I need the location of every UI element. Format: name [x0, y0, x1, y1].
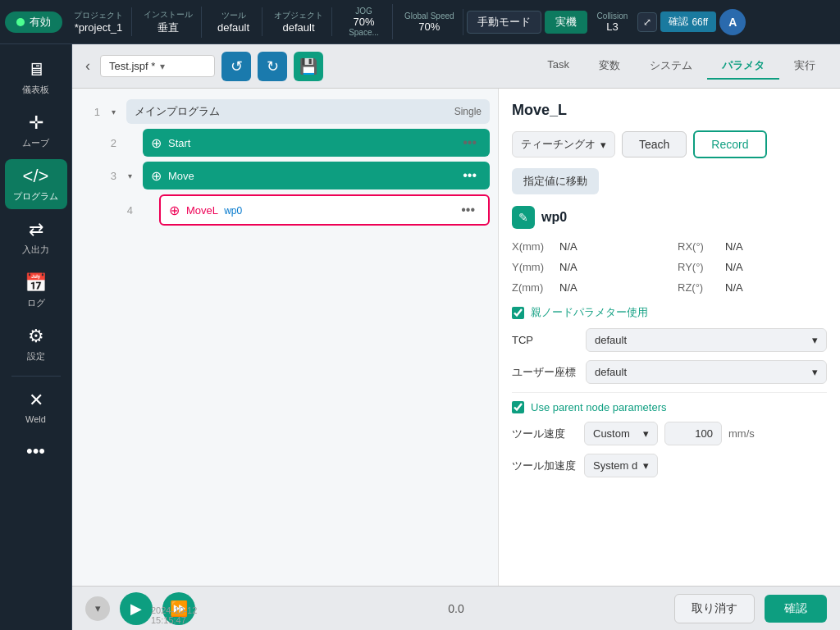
- coord-z-value: N/A: [559, 281, 578, 294]
- parent-node-label: 親ノードパラメター使用: [531, 305, 648, 320]
- coord-rx-label: RX(°): [678, 240, 719, 253]
- sidebar-label-settings: 設定: [27, 350, 45, 363]
- coord-rz-value: N/A: [725, 281, 743, 294]
- sidebar-item-log[interactable]: 📅 ログ: [5, 266, 67, 316]
- install-group[interactable]: インストール 垂直: [135, 7, 202, 38]
- main-program-node[interactable]: メインプログラム Single: [126, 99, 490, 124]
- coord-y-value: N/A: [559, 261, 578, 273]
- move-l-node[interactable]: ⊕ MoveL wp0 •••: [159, 194, 490, 226]
- parent-node-checkbox[interactable]: [512, 307, 524, 319]
- tool-accel-row: ツール加速度 System d ▾: [512, 454, 827, 477]
- line-2: 2 ⊕ Start •••: [72, 126, 498, 159]
- sidebar-divider: [11, 376, 61, 377]
- avatar[interactable]: A: [719, 9, 746, 35]
- file-selector[interactable]: Test.jspf * ▾: [100, 55, 215, 77]
- move-to-value-button[interactable]: 指定値に移動: [512, 168, 599, 194]
- sidebar-item-program[interactable]: </> プログラム: [5, 159, 67, 209]
- tcp-dropdown[interactable]: default ▾: [586, 328, 827, 352]
- tool-accel-dropdown[interactable]: System d ▾: [584, 454, 658, 477]
- expand-button[interactable]: ⤢: [637, 12, 657, 32]
- line-4: 4 ⊕ MoveL wp0 •••: [72, 192, 498, 228]
- line-number-3: 3: [97, 170, 116, 182]
- redo-button[interactable]: ↻: [258, 52, 287, 81]
- parent-node-row: 親ノードパラメター使用: [512, 305, 827, 320]
- teach-button[interactable]: Teach: [622, 131, 687, 158]
- expand-icon-3[interactable]: ▾: [123, 169, 136, 182]
- jog-group[interactable]: JOG 70% Space...: [336, 4, 393, 39]
- sidebar-item-dashboard[interactable]: 🖥 儀表板: [5, 52, 67, 103]
- tab-task[interactable]: Task: [532, 53, 584, 80]
- global-speed-group[interactable]: Global Speed 70%: [396, 9, 463, 35]
- status-button[interactable]: 有効: [5, 11, 62, 33]
- use-parent-checkbox[interactable]: [512, 401, 524, 413]
- tab-parameters[interactable]: パラメタ: [707, 53, 779, 80]
- project-value: *project_1: [75, 21, 123, 34]
- wp-name: wp0: [541, 210, 567, 225]
- redo-icon: ↻: [267, 57, 279, 75]
- confirm-action-button[interactable]: 確認: [765, 595, 827, 623]
- coord-rz-label: RZ(°): [678, 281, 719, 294]
- tool-speed-value: Custom: [593, 427, 630, 440]
- teaching-label: ティーチングオ: [521, 137, 596, 152]
- user-coord-dropdown[interactable]: default ▾: [586, 360, 827, 384]
- teaching-dropdown[interactable]: ティーチングオ ▾: [512, 131, 615, 158]
- save-button[interactable]: 💾: [294, 52, 323, 81]
- coord-x: X(mm) N/A: [512, 240, 661, 253]
- record-button[interactable]: Record: [693, 130, 766, 158]
- line-number-4: 4: [113, 204, 133, 217]
- sidebar-item-more[interactable]: •••: [5, 434, 67, 468]
- object-group[interactable]: オブジェクト default: [266, 7, 332, 36]
- jog-label: JOG: [355, 7, 372, 16]
- sidebar-label-program: プログラム: [13, 190, 58, 203]
- confirm-label: 確認: [669, 15, 688, 29]
- move-l-more-button[interactable]: •••: [456, 201, 480, 219]
- coord-ry-label: RY(°): [678, 261, 719, 273]
- timestamp-time: 15:15:47: [151, 615, 186, 625]
- tool-speed-label: ツール速度: [512, 427, 578, 441]
- section-divider: [512, 392, 827, 393]
- expand-panel-button[interactable]: ▾: [85, 596, 110, 621]
- more-icon: •••: [26, 441, 45, 462]
- tool-speed-input[interactable]: [664, 422, 722, 445]
- expand-icon-4: [139, 203, 153, 217]
- sidebar-label-log: ログ: [27, 297, 45, 309]
- timestamp-date: 2024-10-12: [151, 605, 197, 615]
- save-icon: 💾: [299, 57, 317, 75]
- sidebar-item-io[interactable]: ⇄ 入出力: [5, 212, 67, 262]
- sidebar-item-weld[interactable]: ✕ Weld: [5, 383, 67, 431]
- cancel-button[interactable]: 取り消す: [674, 594, 755, 623]
- line-3: 3 ▾ ⊕ Move •••: [72, 159, 498, 192]
- tab-system[interactable]: システム: [635, 53, 707, 80]
- main-program-label: メインプログラム: [135, 104, 220, 119]
- undo-button[interactable]: ↺: [221, 52, 251, 81]
- confirm-button[interactable]: 確認 66ff: [660, 11, 716, 32]
- wp-edit-icon[interactable]: ✎: [512, 206, 535, 229]
- back-button[interactable]: ‹: [82, 54, 94, 78]
- manual-mode-button[interactable]: 手動モード: [467, 11, 541, 34]
- move-more-button[interactable]: •••: [458, 167, 482, 185]
- move-l-label: MoveL wp0: [186, 204, 450, 217]
- install-label: インストール: [144, 9, 193, 21]
- real-button[interactable]: 実機: [545, 11, 587, 34]
- tab-variables[interactable]: 変数: [584, 53, 635, 80]
- expand-icon-1[interactable]: ▾: [107, 105, 120, 118]
- tool-speed-dropdown[interactable]: Custom ▾: [584, 422, 658, 445]
- sidebar-label-io: 入出力: [22, 244, 49, 256]
- sidebar-item-settings[interactable]: ⚙ 設定: [5, 319, 67, 369]
- weld-icon: ✕: [29, 390, 43, 411]
- start-node[interactable]: ⊕ Start •••: [143, 129, 490, 157]
- start-more-button[interactable]: •••: [458, 134, 482, 152]
- start-label: Start: [168, 137, 451, 149]
- log-icon: 📅: [25, 272, 47, 294]
- undo-icon: ↺: [231, 57, 243, 75]
- play-button[interactable]: ▶: [120, 592, 153, 625]
- main-program-sub: Single: [454, 106, 482, 117]
- tab-execute[interactable]: 実行: [779, 53, 830, 80]
- sidebar-item-move[interactable]: ✛ ムーブ: [5, 106, 67, 156]
- collision-value: L3: [606, 21, 618, 33]
- coord-ry: RY(°) N/A: [678, 261, 827, 273]
- project-group[interactable]: プロジェクト *project_1: [66, 7, 132, 36]
- move-node[interactable]: ⊕ Move •••: [143, 162, 490, 189]
- tool-group[interactable]: ツール default: [205, 7, 262, 36]
- program-area: 1 ▾ メインプログラム Single 2 ⊕ Start •••: [72, 89, 840, 586]
